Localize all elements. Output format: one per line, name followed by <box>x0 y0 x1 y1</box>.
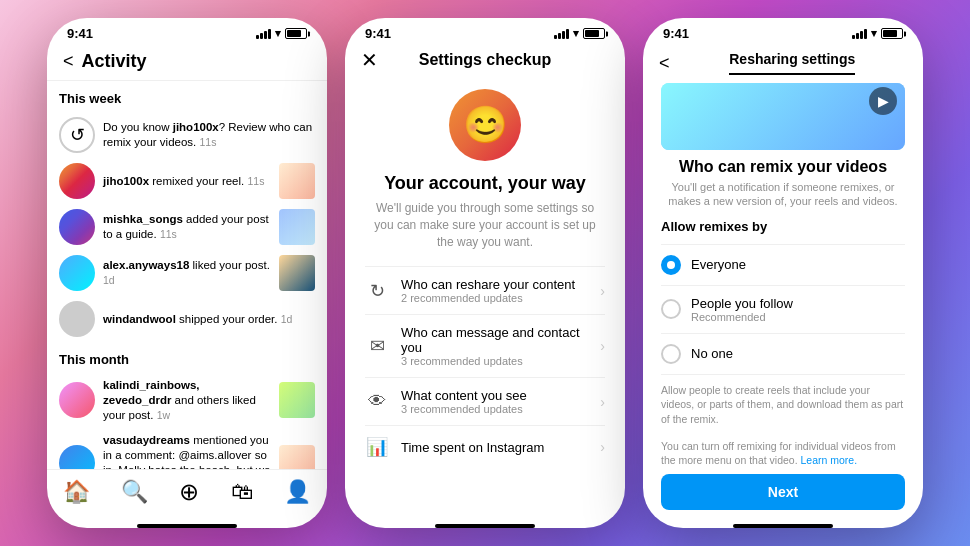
resharing-info-text2: You can turn off remixing for individual… <box>661 439 905 468</box>
avatar <box>59 255 95 291</box>
separator <box>661 374 905 375</box>
separator <box>661 285 905 286</box>
close-button[interactable]: ✕ <box>361 48 378 72</box>
menu-text-reshare: Who can reshare your content 2 recommend… <box>401 277 588 304</box>
activity-list: This week ↺ Do you know jiho100x? Review… <box>47 81 327 469</box>
page-title: Activity <box>82 51 147 72</box>
list-item: mishka_songs added your post to a guide.… <box>59 204 315 250</box>
avatar <box>59 163 95 199</box>
avatar: ↺ <box>59 117 95 153</box>
status-icons-3: ▾ <box>852 27 903 40</box>
menu-text-message: Who can message and contact you 3 recomm… <box>401 325 588 367</box>
add-icon[interactable]: ⊕ <box>179 478 199 506</box>
menu-item-reshare[interactable]: ↻ Who can reshare your content 2 recomme… <box>365 266 605 314</box>
battery-icon <box>285 28 307 39</box>
signal-icon <box>852 29 867 39</box>
list-item: kalindi_rainbows, zevedo_drdr and others… <box>59 373 315 428</box>
activity-text: alex.anyways18 liked your post. 1d <box>103 258 271 288</box>
radio-everyone[interactable] <box>661 255 681 275</box>
chevron-right-icon: › <box>600 439 605 455</box>
radio-option-noone[interactable]: No one <box>661 336 905 372</box>
activity-text: kalindi_rainbows, zevedo_drdr and others… <box>103 378 271 423</box>
status-time-3: 9:41 <box>663 26 689 41</box>
home-indicator <box>733 524 833 528</box>
chevron-right-icon: › <box>600 394 605 410</box>
resharing-tab[interactable]: Resharing settings <box>729 51 855 75</box>
chart-icon: 📊 <box>365 436 389 458</box>
list-item: jiho100x remixed your reel. 11s <box>59 158 315 204</box>
resharing-image: ▶ <box>661 83 905 150</box>
separator <box>661 244 905 245</box>
radio-option-everyone[interactable]: Everyone <box>661 247 905 283</box>
resharing-title: Who can remix your videos <box>661 158 905 176</box>
home-icon[interactable]: 🏠 <box>63 479 90 505</box>
settings-header: ✕ Settings checkup <box>345 45 625 77</box>
this-month-label: This month <box>59 342 315 373</box>
battery-icon <box>583 28 605 39</box>
radio-option-follow[interactable]: People you follow Recommended <box>661 288 905 331</box>
option-label: People you follow <box>691 296 793 311</box>
activity-text: windandwool shipped your order. 1d <box>103 312 315 327</box>
resharing-subtitle: You'll get a notification if someone rem… <box>661 180 905 209</box>
home-indicator <box>435 524 535 528</box>
radio-follow[interactable] <box>661 299 681 319</box>
tab-row: Resharing settings <box>678 51 907 75</box>
settings-subtitle: We'll guide you through some settings so… <box>365 200 605 250</box>
phone-settings-checkup: 9:41 ▾ ✕ Settings checkup 😊 Your account… <box>345 18 625 528</box>
message-icon: ✉ <box>365 335 389 357</box>
back-button[interactable]: < <box>659 53 670 74</box>
post-thumbnail <box>279 445 315 469</box>
bottom-navigation: 🏠 🔍 ⊕ 🛍 👤 <box>47 469 327 518</box>
activity-text: Do you know jiho100x? Review who can rem… <box>103 120 315 150</box>
post-thumbnail <box>279 163 315 199</box>
battery-icon <box>881 28 903 39</box>
post-thumbnail <box>279 255 315 291</box>
eye-icon: 👁 <box>365 391 389 412</box>
wifi-icon: ▾ <box>871 27 877 40</box>
option-label: Everyone <box>691 257 746 272</box>
avatar <box>59 382 95 418</box>
chevron-right-icon: › <box>600 283 605 299</box>
next-button[interactable]: Next <box>661 474 905 510</box>
home-indicator <box>137 524 237 528</box>
list-item: windandwool shipped your order. 1d <box>59 296 315 342</box>
phone-activity: 9:41 ▾ < Activity This week ↺ Do you kno… <box>47 18 327 528</box>
this-week-label: This week <box>59 81 315 112</box>
avatar <box>59 209 95 245</box>
menu-item-time[interactable]: 📊 Time spent on Instagram › <box>365 425 605 468</box>
activity-text: mishka_songs added your post to a guide.… <box>103 212 271 242</box>
list-item: vasudaydreams mentioned you in a comment… <box>59 428 315 469</box>
radio-dot <box>667 261 675 269</box>
settings-main-title: Your account, your way <box>384 173 586 194</box>
status-time-1: 9:41 <box>67 26 93 41</box>
option-sub: Recommended <box>691 311 793 323</box>
separator <box>661 333 905 334</box>
profile-icon[interactable]: 👤 <box>284 479 311 505</box>
resharing-info-text: Allow people to create reels that includ… <box>661 383 905 427</box>
radio-noone[interactable] <box>661 344 681 364</box>
resharing-content: ▶ Who can remix your videos You'll get a… <box>643 75 923 518</box>
settings-menu: ↻ Who can reshare your content 2 recomme… <box>365 266 605 468</box>
menu-text-content: What content you see 3 recommended updat… <box>401 388 588 415</box>
menu-item-message[interactable]: ✉ Who can message and contact you 3 reco… <box>365 314 605 377</box>
avatar <box>59 445 95 469</box>
learn-more-link[interactable]: Learn more. <box>801 454 858 466</box>
menu-item-title: Time spent on Instagram <box>401 440 588 455</box>
shop-icon[interactable]: 🛍 <box>231 479 253 505</box>
activity-text: vasudaydreams mentioned you in a comment… <box>103 433 271 469</box>
profile-avatar: 😊 <box>449 89 521 161</box>
post-thumbnail <box>279 209 315 245</box>
search-icon[interactable]: 🔍 <box>121 479 148 505</box>
menu-item-sub: 3 recommended updates <box>401 355 588 367</box>
signal-icon <box>554 29 569 39</box>
activity-text: jiho100x remixed your reel. 11s <box>103 174 271 189</box>
menu-item-title: Who can reshare your content <box>401 277 588 292</box>
menu-item-content[interactable]: 👁 What content you see 3 recommended upd… <box>365 377 605 425</box>
video-icon: ▶ <box>869 87 897 115</box>
back-button[interactable]: < <box>63 51 74 72</box>
resharing-nav-header: < Resharing settings <box>643 45 923 75</box>
signal-icon <box>256 29 271 39</box>
status-icons-2: ▾ <box>554 27 605 40</box>
activity-nav-header: < Activity <box>47 45 327 81</box>
phone-resharing: 9:41 ▾ < Resharing settings ▶ Who can re… <box>643 18 923 528</box>
